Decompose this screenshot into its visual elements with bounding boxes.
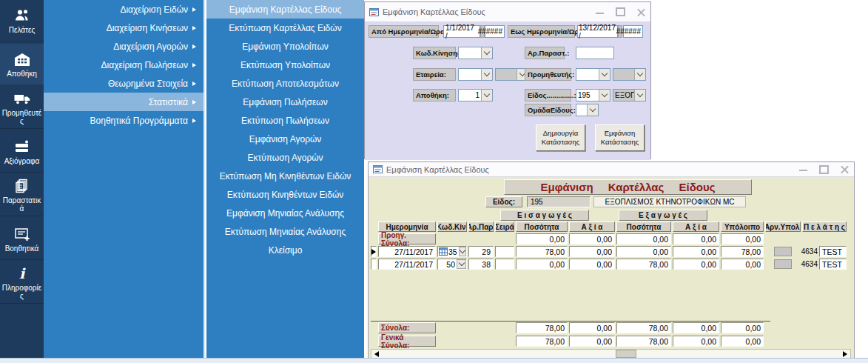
cell-customer[interactable]: 4634 TEST: [802, 246, 847, 257]
sidebar-item-suppliers[interactable]: Προμηθευτές: [0, 87, 44, 129]
close-button[interactable]: [839, 165, 850, 174]
chevron-down-icon[interactable]: [481, 90, 492, 101]
show-list-button[interactable]: Εμφάνιση Κατάστασης: [595, 124, 645, 151]
submenu-item-print-balances[interactable]: Εκτύπωση Υπολοίπων: [206, 56, 364, 74]
cell-series[interactable]: [495, 259, 514, 270]
item-desc-combo[interactable]: ΕΞΟΠΛΙ: [613, 89, 646, 101]
submenu-item-print-unmoved-items[interactable]: Εκτύπωση Μη Κινηθέντων Ειδών: [206, 167, 364, 185]
menu-item-certified-data[interactable]: Θεωρημένα Στοιχεία: [44, 74, 203, 93]
menu-item-helper-programs[interactable]: Βοηθητικά Προγράμματα: [44, 111, 203, 130]
to-time-input[interactable]: ######: [623, 25, 643, 38]
chevron-down-icon[interactable]: [634, 69, 645, 80]
sidebar-item-warehouse[interactable]: Αποθήκη: [0, 44, 44, 85]
chevron-down-icon[interactable]: [457, 259, 466, 269]
chevron-down-icon[interactable]: [459, 247, 466, 256]
scroll-left-icon[interactable]: [374, 351, 379, 357]
col-customer[interactable]: Π ε λ ά τ η ς: [802, 222, 847, 232]
sidebar-item-customers[interactable]: Πελάτες: [0, 0, 44, 41]
filter-dialog-titlebar[interactable]: Εμφάνιση Καρτέλλας Είδους: [365, 2, 650, 22]
cell-qty-out[interactable]: 0,00: [616, 246, 671, 257]
col-kind[interactable]: Κωδ.Κίν.: [437, 222, 467, 232]
chevron-down-icon[interactable]: [481, 69, 492, 80]
submenu-item-print-moved-items[interactable]: Εκτύπωση Κινηθέντων Ειδών: [206, 185, 364, 204]
customer-name[interactable]: TEST: [819, 246, 847, 257]
minimize-button[interactable]: [798, 165, 808, 174]
submenu-item-show-balances[interactable]: Εμφάνιση Υπολοίπων: [206, 37, 364, 56]
warehouse-combo[interactable]: 1: [458, 89, 493, 101]
cell-balance[interactable]: 78,00: [721, 246, 764, 257]
cell-qty-out[interactable]: 78,00: [616, 259, 671, 270]
maximize-button[interactable]: [615, 7, 625, 16]
scrollbar-thumb[interactable]: [616, 350, 636, 358]
menu-item-purchases-mgmt[interactable]: Διαχείριση Αγορών: [44, 37, 203, 56]
cell-balance[interactable]: 0,00: [721, 259, 764, 270]
from-date-input[interactable]: 1/1/2017 /: [443, 25, 480, 38]
chevron-down-icon[interactable]: [599, 90, 610, 101]
cell-value-out[interactable]: 0,00: [673, 246, 719, 257]
movement-code-combo[interactable]: [458, 47, 493, 59]
cell-series[interactable]: [495, 246, 514, 257]
submenu-item-print-monthly-analysis[interactable]: Εκτύπωση Μηνιαίας Ανάλυσης: [206, 222, 364, 241]
scroll-right-icon[interactable]: [843, 351, 847, 357]
menu-item-statistics[interactable]: Στατιστικά: [44, 93, 203, 111]
maximize-button[interactable]: [818, 165, 829, 174]
submenu-item-show-monthly-analysis[interactable]: Εμφάνιση Μηνιαίας Ανάλυσης: [206, 204, 364, 222]
supplier-combo[interactable]: [576, 68, 610, 81]
cell-value-in[interactable]: 0,00: [569, 259, 615, 270]
submenu-item-show-purchases[interactable]: Εμφάνιση Αγορών: [206, 130, 364, 148]
submenu-item-print-sales[interactable]: Εκτύπωση Πωλήσεων: [206, 111, 364, 130]
sidebar-item-documents[interactable]: Παραστατικά: [0, 175, 44, 216]
company-name-combo[interactable]: [495, 68, 528, 81]
submenu-item-close[interactable]: Κλείσιμο: [206, 241, 364, 259]
submenu-item-show-item-card[interactable]: Εμφάνιση Καρτέλλας Είδους: [206, 0, 364, 19]
supplier-name-combo[interactable]: [613, 68, 646, 81]
col-value-out[interactable]: Α ξ ί α: [673, 222, 719, 232]
cell-customer[interactable]: 4634 TEST: [802, 259, 847, 270]
cell-kind-combo[interactable]: 35: [437, 246, 467, 257]
submenu-item-print-item-card[interactable]: Εκτύπωση Καρτέλλας Ειδών: [206, 19, 364, 37]
cell-kind-combo[interactable]: 50: [437, 259, 467, 270]
table-row[interactable]: 27/11/2017 35 29 78,00 0,00 0,00 0,00 78…: [371, 246, 847, 257]
table-row[interactable]: 27/11/2017 50 38 0,00 0,00 78,00 0,00 0,…: [371, 259, 847, 270]
submenu-item-print-purchases[interactable]: Εκτύπωση Αγορών: [206, 148, 364, 167]
col-doc-no[interactable]: Αρ.Παρ.: [468, 222, 494, 232]
customer-name[interactable]: TEST: [819, 259, 847, 270]
menu-item-items-mgmt[interactable]: Διαχείριση Ειδών: [44, 0, 203, 19]
col-qty-out[interactable]: Ποσότητα: [616, 222, 671, 232]
minimize-button[interactable]: [594, 7, 605, 16]
menu-item-movements-mgmt[interactable]: Διαχείριση Κινήσεων: [44, 19, 203, 37]
chevron-down-icon[interactable]: [599, 69, 610, 80]
doc-number-input[interactable]: [576, 47, 614, 59]
col-balance[interactable]: Υπόλοιπο: [721, 222, 764, 232]
row-selector[interactable]: [371, 246, 377, 257]
cell-doc-no[interactable]: 38: [468, 259, 494, 270]
from-time-input[interactable]: ######: [485, 25, 505, 38]
cell-value-in[interactable]: 0,00: [569, 246, 615, 257]
close-button[interactable]: [636, 7, 646, 16]
col-value-in[interactable]: Α ξ ί α: [569, 222, 615, 232]
col-negative-balance[interactable]: Αρν.Υπολ.: [765, 222, 801, 232]
chevron-down-icon[interactable]: [587, 104, 598, 116]
cell-qty-in[interactable]: 78,00: [516, 246, 568, 257]
cell-value-out[interactable]: 0,00: [673, 259, 719, 270]
cell-doc-no[interactable]: 29: [468, 246, 494, 257]
item-card-titlebar[interactable]: Εμφάνιση Καρτέλλας Είδους: [369, 162, 854, 177]
company-combo[interactable]: [458, 68, 493, 81]
chevron-down-icon[interactable]: [481, 47, 492, 59]
item-group-combo[interactable]: [576, 104, 599, 116]
submenu-item-print-results[interactable]: Εκτύπωση Αποτελεσμάτων: [206, 74, 364, 93]
cell-date[interactable]: 27/11/2017: [378, 246, 436, 257]
sidebar-item-info[interactable]: i Πληροφορίες: [0, 262, 44, 304]
sidebar-item-notes[interactable]: Αξιόγραφα: [0, 131, 44, 173]
col-series[interactable]: Σειρά: [495, 222, 514, 232]
row-selector[interactable]: [371, 259, 377, 270]
cell-date[interactable]: 27/11/2017: [378, 259, 436, 270]
sidebar-item-utilities[interactable]: Βοηθητικά: [0, 219, 44, 260]
cell-qty-in[interactable]: 0,00: [516, 259, 568, 270]
menu-item-sales-mgmt[interactable]: Διαχείριση Πωλήσεων: [44, 56, 203, 74]
submenu-item-show-sales[interactable]: Εμφάνιση Πωλήσεων: [206, 93, 364, 111]
col-qty-in[interactable]: Ποσότητα: [516, 222, 568, 232]
item-code-combo[interactable]: 195: [576, 89, 610, 101]
to-date-input[interactable]: 13/12/2017 /: [577, 25, 618, 38]
create-list-button[interactable]: Δημιουργία Κατάστασης: [536, 124, 585, 151]
